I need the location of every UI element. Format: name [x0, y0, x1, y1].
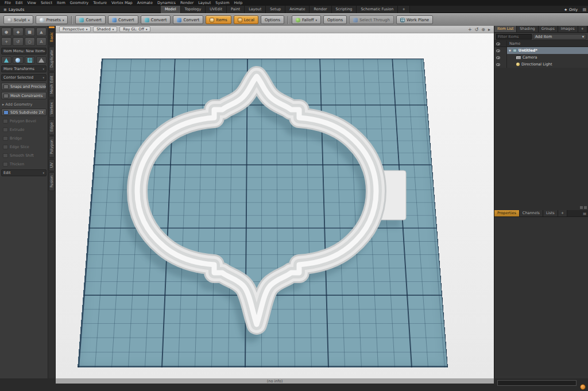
- bridge-tool[interactable]: Bridge: [1, 135, 47, 142]
- filter-items-input[interactable]: [496, 34, 532, 40]
- sphere-primitive-button[interactable]: [13, 56, 23, 64]
- orbit-icon[interactable]: ↺: [475, 27, 479, 32]
- menu-view[interactable]: View: [25, 1, 38, 5]
- layout-tab-setup[interactable]: Setup: [266, 6, 285, 13]
- tab-properties[interactable]: Properties: [494, 210, 520, 216]
- convert-button-4[interactable]: Convert: [173, 16, 203, 24]
- smooth-shift-tool[interactable]: Smooth Shift: [1, 152, 47, 159]
- select-through-button[interactable]: Select Through: [349, 16, 394, 24]
- layout-tab-layout[interactable]: Layout: [245, 6, 266, 13]
- item-row-untitled[interactable]: ▼ Untitled*: [494, 47, 588, 54]
- tab-add-panel[interactable]: +: [578, 26, 587, 32]
- falloff-button[interactable]: Falloff ▾: [292, 16, 321, 24]
- more-transforms-dropdown[interactable]: More Transforms ▾: [1, 65, 47, 72]
- move-tool-button[interactable]: +: [1, 37, 11, 46]
- menu-dynamics[interactable]: Dynamics: [155, 1, 178, 5]
- polygon-bevel-tool[interactable]: Polygon Bevel: [1, 118, 47, 125]
- 3d-viewport[interactable]: Perspective ▾ Shaded ▾ Ray GL: Off ▾ + ↺…: [56, 26, 494, 378]
- pyramid-primitive-button[interactable]: [36, 56, 47, 64]
- brush-tool-button[interactable]: ●: [1, 28, 11, 36]
- disclosure-triangle-icon[interactable]: ▼: [509, 49, 511, 52]
- add-geometry-section[interactable]: ▸ Add Geometry: [1, 101, 47, 107]
- item-menu-dropdown[interactable]: Item Menu: New Item ▾: [1, 48, 47, 55]
- tab-lists[interactable]: Lists: [543, 210, 558, 216]
- item-row-name[interactable]: Directional Light: [507, 61, 588, 68]
- tab-vertex[interactable]: Vertex: [49, 99, 55, 118]
- zoom-icon[interactable]: ⊕: [481, 27, 485, 32]
- layouts-menu[interactable]: ≡ Layouts: [3, 6, 24, 13]
- convert-button-1[interactable]: Convert: [75, 16, 106, 24]
- tab-mesh-edit[interactable]: Mesh Edit: [49, 72, 55, 98]
- extrude-tool[interactable]: Extrude: [1, 126, 47, 133]
- menu-system[interactable]: System: [213, 1, 231, 5]
- sds-subdivide-button[interactable]: SDS Subdivide 2X: [1, 109, 47, 116]
- panel-resize-handles[interactable]: [580, 206, 587, 209]
- menu-texture[interactable]: Texture: [91, 1, 109, 5]
- smudge-tool-button[interactable]: ◆: [13, 28, 23, 36]
- menu-item[interactable]: Item: [55, 1, 68, 5]
- command-input[interactable]: [497, 380, 577, 386]
- menu-layout[interactable]: Layout: [196, 1, 213, 5]
- tab-polygon[interactable]: Polygon: [49, 136, 55, 158]
- edit-dropdown[interactable]: Edit ▾: [1, 169, 47, 176]
- add-item-dropdown[interactable]: Add Item ▾: [533, 34, 586, 40]
- layout-tab-animate[interactable]: Animate: [285, 6, 310, 13]
- item-row-name[interactable]: Camera: [507, 54, 588, 61]
- tab-shading[interactable]: Shading: [517, 26, 538, 32]
- item-row-directional-light[interactable]: Directional Light: [494, 61, 588, 68]
- layout-tab-paint[interactable]: Paint: [227, 6, 245, 13]
- rotate-tool-button[interactable]: ↺: [13, 37, 23, 46]
- menu-animate[interactable]: Animate: [135, 1, 155, 5]
- menu-render[interactable]: Render: [178, 1, 196, 5]
- visibility-cell[interactable]: [494, 47, 507, 54]
- menu-vertex-map[interactable]: Vertex Map: [109, 1, 135, 5]
- layout-tab-schematic-fusion[interactable]: Schematic Fusion: [357, 6, 398, 13]
- tab-channels[interactable]: Channels: [520, 210, 543, 216]
- convert-button-3[interactable]: Convert: [141, 16, 171, 24]
- tab-uv[interactable]: UV: [49, 159, 55, 171]
- options-button-1[interactable]: Options: [261, 16, 284, 24]
- visibility-cell[interactable]: [494, 54, 507, 61]
- menu-geometry[interactable]: Geometry: [68, 1, 91, 5]
- tab-images[interactable]: Images: [558, 26, 578, 32]
- panel-options-icon[interactable]: ▤: [581, 211, 588, 215]
- sculpt-button[interactable]: Sculpt ▾: [3, 16, 33, 24]
- layout-tab-uvedit[interactable]: UVEdit: [206, 6, 227, 13]
- items-mode-button[interactable]: Items: [206, 16, 231, 24]
- lasso-tool-button[interactable]: ○: [25, 37, 35, 46]
- layout-tab-render[interactable]: Render: [310, 6, 331, 13]
- tab-edge[interactable]: Edge: [49, 119, 55, 135]
- layoutbar-options-button[interactable]: ▤: [582, 6, 586, 13]
- tab-fusion[interactable]: Fusion: [49, 172, 55, 191]
- item-row-camera[interactable]: Camera: [494, 54, 588, 61]
- menu-help[interactable]: Help: [232, 1, 245, 5]
- inflate-tool-button[interactable]: ▲: [36, 28, 47, 36]
- layout-tab-topology[interactable]: Topology: [181, 6, 206, 13]
- menu-edit[interactable]: Edit: [13, 1, 25, 5]
- work-plane-button[interactable]: Work Plane: [396, 16, 433, 24]
- item-row-name[interactable]: ▼ Untitled*: [507, 47, 588, 54]
- tab-item-list[interactable]: Item List: [494, 26, 517, 32]
- view-type-dropdown[interactable]: Perspective ▾: [59, 26, 91, 32]
- menu-file[interactable]: File: [2, 1, 13, 5]
- menu-select[interactable]: Select: [38, 1, 55, 5]
- shading-mode-dropdown[interactable]: Shaded ▾: [93, 26, 117, 32]
- expand-icon[interactable]: ▸: [488, 27, 490, 32]
- options-button-2[interactable]: Options: [323, 16, 347, 24]
- text-tool-button[interactable]: A: [36, 37, 47, 46]
- notification-button[interactable]: [580, 384, 586, 390]
- pan-icon[interactable]: +: [468, 27, 472, 32]
- tab-duplicate[interactable]: Duplicate: [49, 47, 55, 71]
- local-mode-button[interactable]: Local: [234, 16, 258, 24]
- raygl-dropdown[interactable]: Ray GL: Off ▾: [119, 26, 150, 32]
- snaps-precision-button[interactable]: Snaps and Precision: [1, 83, 47, 90]
- presets-button[interactable]: Presets ▾: [36, 16, 68, 24]
- tab-add-panel[interactable]: +: [558, 210, 567, 216]
- convert-button-2[interactable]: Convert: [108, 16, 138, 24]
- layout-tab-model[interactable]: Model: [161, 6, 181, 13]
- flatten-tool-button[interactable]: ■: [25, 28, 35, 36]
- only-toggle[interactable]: ★ Only: [564, 6, 578, 13]
- edge-slice-tool[interactable]: Edge Slice: [1, 144, 47, 150]
- tab-groups[interactable]: Groups: [539, 26, 558, 32]
- cone-primitive-button[interactable]: [1, 56, 11, 64]
